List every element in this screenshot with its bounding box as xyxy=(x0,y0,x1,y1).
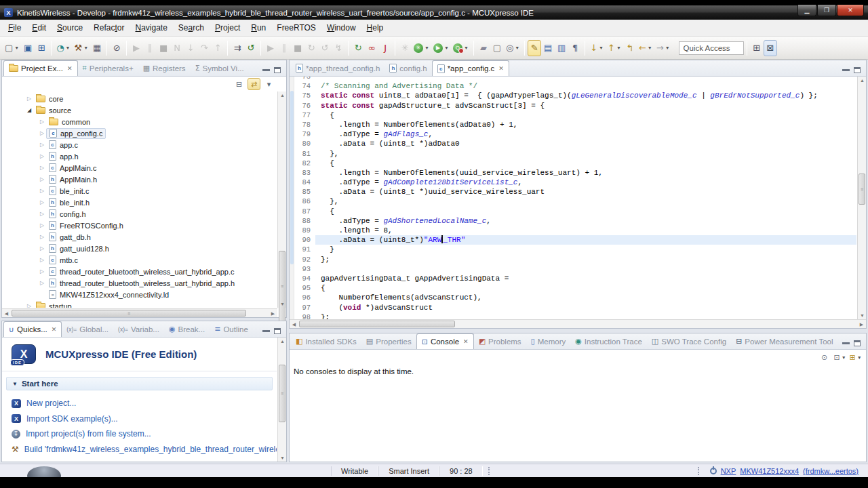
new-wizard-button[interactable]: ▢▼ xyxy=(3,40,21,56)
run-button[interactable]: ▶▼ xyxy=(431,40,451,56)
forward-button[interactable]: →▼ xyxy=(654,40,672,56)
tab-memory[interactable]: ▯Memory xyxy=(526,333,571,349)
close-button[interactable]: ✕ xyxy=(837,5,864,16)
project-tree-vscrollbar[interactable]: ▲ ≡ ▼ xyxy=(277,92,286,308)
tree-item-config-h[interactable]: ▷hconfig.h xyxy=(2,208,277,220)
search-flashlight-button[interactable]: ◎▼ xyxy=(504,40,521,56)
project-tree-hscrollbar[interactable]: ◀ ≡ ▶ xyxy=(2,308,277,317)
link-server-button[interactable]: ∞ xyxy=(365,40,378,56)
menu-help[interactable]: Help xyxy=(361,21,389,35)
tree-item-thread-router-bluetooth-wireless-uart-hybrid-app-c[interactable]: ▷cthread_router_bluetooth_wireless_uart_… xyxy=(2,266,277,277)
tree-twisty-icon[interactable]: ▷ xyxy=(38,222,46,228)
tree-twisty-icon[interactable]: ▷ xyxy=(38,188,46,194)
code-line-92[interactable]: 92}; xyxy=(295,255,856,264)
toggle-highlight-button[interactable]: ✎ xyxy=(528,40,541,56)
panel-minimize-button[interactable] xyxy=(262,330,270,332)
show-whitespace-button[interactable]: ¶ xyxy=(568,40,582,56)
tree-item-mkw41z512xxx4-connectivity-ld[interactable]: ≡MKW41Z512xxx4_connectivity.ld xyxy=(2,289,277,300)
last-edit-location-button[interactable]: ↰ xyxy=(623,40,637,56)
tree-twisty-icon[interactable]: ▷ xyxy=(38,268,46,274)
tree-item-ble-init-c[interactable]: ▷cble_init.c xyxy=(2,185,277,197)
tab-outline[interactable]: ≡Outline xyxy=(210,321,253,337)
tab-console[interactable]: ⊡Console✕ xyxy=(416,333,474,349)
panel-maximize-button[interactable] xyxy=(854,340,861,346)
tree-item-app-config-c[interactable]: ▷capp_config.c xyxy=(2,127,277,139)
tree-twisty-icon[interactable]: ▷ xyxy=(38,211,46,217)
code-line-82[interactable]: 82 { xyxy=(295,159,856,168)
tree-twisty-icon[interactable]: ▷ xyxy=(38,280,46,286)
code-line-77[interactable]: 77 { xyxy=(295,110,856,120)
build-button[interactable]: ⚒▼ xyxy=(73,40,91,56)
previous-annotation-dropdown-icon[interactable]: ▼ xyxy=(616,45,621,50)
restore-button[interactable]: ❐ xyxy=(817,5,836,16)
run-dropdown-icon[interactable]: ▼ xyxy=(444,45,449,50)
code-line-80[interactable]: 80 .aData = (uint8_t *)adData0 xyxy=(295,139,856,148)
tree-twisty-icon[interactable]: ▷ xyxy=(38,165,46,171)
vendor-link[interactable]: NXP xyxy=(721,467,736,475)
tree-twisty-icon[interactable]: ▷ xyxy=(38,234,46,240)
open-resource-button[interactable]: ▢ xyxy=(490,40,504,56)
relaunch-button[interactable]: ↯ xyxy=(332,40,345,56)
open-console-button[interactable]: ⊞▼ xyxy=(849,351,862,363)
quickstart-link-new-project[interactable]: XNew project... xyxy=(12,396,277,411)
debug-button[interactable]: ✳▼ xyxy=(412,40,431,56)
build-binary-button[interactable]: ▦ xyxy=(90,40,104,56)
update-software-button[interactable]: ↻ xyxy=(351,40,365,56)
menu-refactor[interactable]: Refactor xyxy=(88,21,130,35)
close-tab-icon[interactable]: ✕ xyxy=(463,338,469,345)
tree-twisty-icon[interactable]: ▷ xyxy=(38,119,46,125)
code-line-86[interactable]: 86 }, xyxy=(295,197,856,206)
resume-all-button[interactable]: ▶ xyxy=(264,40,277,56)
tree-item-mtb-c[interactable]: ▷cmtb.c xyxy=(2,254,277,266)
code-editor[interactable]: 7374/* Scanning and Advertising Data */7… xyxy=(290,77,866,319)
menu-project[interactable]: Project xyxy=(210,21,245,35)
forward-dropdown-icon[interactable]: ▼ xyxy=(665,45,670,50)
build-dropdown-icon[interactable]: ▼ xyxy=(83,45,88,50)
external-tools-button[interactable]: ✳ xyxy=(398,40,412,56)
device-link[interactable]: MKW41Z512xxx4 xyxy=(740,467,799,475)
tree-item-applmain-h[interactable]: ▷hApplMain.h xyxy=(2,174,277,185)
tree-item-core[interactable]: ▷core xyxy=(2,93,277,104)
tab-peripherals[interactable]: ⌗Peripherals+ xyxy=(78,60,138,76)
disconnect-button[interactable]: N xyxy=(170,40,184,56)
back-dropdown-icon[interactable]: ▼ xyxy=(648,45,652,50)
tree-item-app-c[interactable]: ▷capp.c xyxy=(2,139,277,150)
tab-problems[interactable]: ◩Problems xyxy=(474,333,526,349)
tab-quicks[interactable]: ∪Quicks...✕ xyxy=(3,321,62,337)
tree-item-ble-init-h[interactable]: ▷hble_init.h xyxy=(2,197,277,208)
tree-twisty-icon[interactable]: ▷ xyxy=(38,142,46,148)
mark-occurrences-button[interactable]: ▤ xyxy=(541,40,555,56)
tab-config-h[interactable]: hconfig.h xyxy=(384,60,431,76)
minimize-button[interactable]: ▁ xyxy=(797,5,816,16)
code-line-87[interactable]: 87 { xyxy=(295,207,856,216)
menu-source[interactable]: Source xyxy=(52,21,88,35)
tab-installed-sdks[interactable]: ◧Installed SDKs xyxy=(291,333,361,349)
tab-registers[interactable]: ▦Registers xyxy=(138,60,191,76)
project-link[interactable]: (frdmkw...eertos) xyxy=(803,467,859,475)
suspend-all-button[interactable]: ‖ xyxy=(277,40,291,56)
tree-twisty-icon[interactable]: ▷ xyxy=(38,176,46,182)
restart-button[interactable]: ↺ xyxy=(244,40,258,56)
quickstart-link-build-frdmkw41z-wireles[interactable]: ⚒Build 'frdmkw41z_wireless_examples_hybr… xyxy=(12,442,277,458)
instruction-stepping-button[interactable]: ⇉ xyxy=(231,40,244,56)
step-return-button[interactable]: ↑ xyxy=(211,40,224,56)
tree-twisty-icon[interactable]: ▷ xyxy=(38,199,46,205)
open-console-dropdown-icon[interactable]: ▼ xyxy=(857,355,862,360)
menu-window[interactable]: Window xyxy=(321,21,361,35)
view-menu-button[interactable]: ▾ xyxy=(262,78,275,90)
tab-power-measurement-tool[interactable]: ⊟Power Measurement Tool xyxy=(731,333,837,349)
tree-twisty-icon[interactable]: ▷ xyxy=(38,153,46,159)
menu-freertos[interactable]: FreeRTOS xyxy=(271,21,321,35)
code-line-91[interactable]: 91 } xyxy=(295,245,856,254)
quickstart-vscrollbar[interactable]: ▲ ≡ ▼ xyxy=(277,338,286,462)
tab-global[interactable]: (x)=Global... xyxy=(62,321,113,337)
terminate-console-button[interactable]: ▰ xyxy=(477,40,490,56)
code-line-95[interactable]: 95{ xyxy=(295,283,856,293)
start-here-section-header[interactable]: ▼ Start here xyxy=(6,377,273,390)
quick-access-box[interactable]: Quick Access xyxy=(679,41,744,55)
tree-item-gatt-uuid128-h[interactable]: ▷hgatt_uuid128.h xyxy=(2,243,277,254)
code-line-89[interactable]: 89 .length = 8, xyxy=(295,226,856,235)
red-probe-button[interactable]: J xyxy=(378,40,392,56)
editor-hscrollbar[interactable]: ◀ ▶ xyxy=(290,319,866,328)
tree-item-applmain-c[interactable]: ▷cApplMain.c xyxy=(2,162,277,174)
